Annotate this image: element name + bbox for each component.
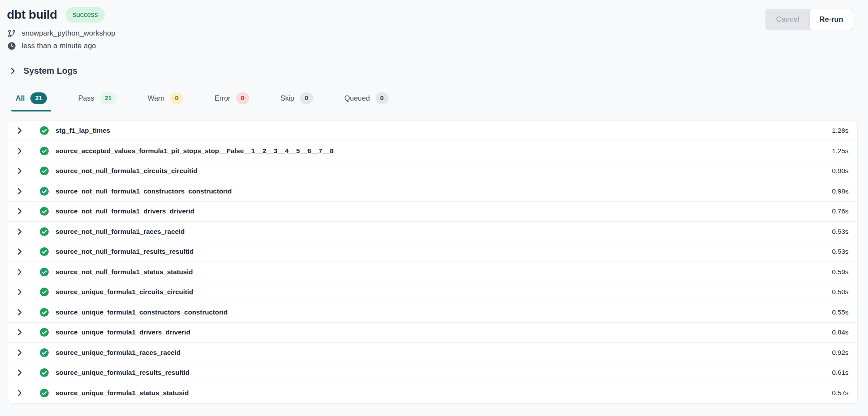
- cancel-button[interactable]: Cancel: [766, 9, 809, 30]
- tab-pass-label: Pass: [78, 94, 94, 102]
- run-name: stg_f1_lap_times: [56, 127, 110, 134]
- expand-chevron-button[interactable]: [11, 344, 28, 361]
- run-name: source_not_null_formula1_status_statusid: [56, 268, 193, 276]
- run-name: source_not_null_formula1_circuits_circui…: [56, 167, 197, 175]
- run-name: source_not_null_formula1_results_resulti…: [56, 248, 194, 255]
- tab-warn-count: 0: [170, 92, 183, 104]
- run-duration: 0.76s: [832, 207, 848, 215]
- run-duration: 0.50s: [832, 288, 848, 296]
- time-row: less than a minute ago: [7, 42, 115, 50]
- run-duration: 0.53s: [832, 248, 848, 255]
- tab-warn-label: Warn: [148, 94, 165, 102]
- page-title: dbt build: [7, 8, 57, 22]
- run-row[interactable]: source_not_null_formula1_status_statusid…: [8, 262, 857, 282]
- run-row[interactable]: source_unique_formula1_results_resultid …: [8, 363, 857, 383]
- check-circle-icon: [40, 146, 49, 156]
- check-circle-icon: [40, 187, 49, 196]
- expand-chevron-button[interactable]: [11, 142, 28, 160]
- run-name: source_unique_formula1_circuits_circuiti…: [56, 288, 193, 296]
- tab-skip-count: 0: [300, 92, 313, 104]
- run-actions: Cancel Re-run: [766, 9, 853, 30]
- run-row[interactable]: source_not_null_formula1_constructors_co…: [8, 181, 857, 202]
- run-row[interactable]: source_accepted_values_formula1_pit_stop…: [8, 141, 857, 161]
- run-duration: 0.90s: [832, 167, 848, 175]
- tab-queued[interactable]: Queued 0: [340, 92, 393, 111]
- run-row[interactable]: source_unique_formula1_status_statusid 0…: [8, 383, 857, 403]
- run-row[interactable]: source_not_null_formula1_races_raceid 0.…: [8, 222, 857, 242]
- tab-queued-count: 0: [376, 92, 389, 104]
- system-logs-toggle[interactable]: System Logs: [9, 66, 77, 76]
- run-name: source_unique_formula1_drivers_driverid: [56, 328, 190, 336]
- run-name: source_unique_formula1_races_raceid: [56, 349, 181, 357]
- tab-skip[interactable]: Skip 0: [276, 92, 317, 111]
- run-duration: 0.55s: [832, 308, 848, 316]
- run-name: source_accepted_values_formula1_pit_stop…: [56, 147, 333, 155]
- check-circle-icon: [40, 227, 49, 236]
- tab-pass[interactable]: Pass 21: [74, 92, 121, 111]
- run-header: dbt build success snowpark_python_worksh…: [0, 0, 868, 50]
- run-duration: 1.25s: [832, 147, 848, 155]
- run-row[interactable]: source_unique_formula1_races_raceid 0.92…: [8, 343, 857, 363]
- status-tabs: All 21 Pass 21 Warn 0 Error 0 Skip 0 Que…: [0, 92, 858, 111]
- run-row[interactable]: source_unique_formula1_circuits_circuiti…: [8, 282, 857, 303]
- run-row[interactable]: source_not_null_formula1_results_resulti…: [8, 242, 857, 262]
- tab-pass-count: 21: [100, 92, 116, 104]
- run-row[interactable]: source_not_null_formula1_circuits_circui…: [8, 161, 857, 182]
- run-duration: 0.84s: [832, 328, 848, 336]
- run-results-list: stg_f1_lap_times 1.28s source_accepted_v…: [8, 121, 858, 404]
- check-circle-icon: [40, 206, 49, 216]
- expand-chevron-button[interactable]: [11, 324, 28, 341]
- branch-name: snowpark_python_workshop: [22, 29, 115, 38]
- run-duration: 0.98s: [832, 187, 848, 195]
- run-name: source_unique_formula1_status_statusid: [56, 389, 189, 397]
- tab-error-count: 0: [236, 92, 249, 104]
- expand-chevron-button[interactable]: [11, 183, 28, 200]
- check-circle-icon: [40, 368, 49, 377]
- expand-chevron-button[interactable]: [11, 203, 28, 220]
- tab-all[interactable]: All 21: [11, 92, 51, 111]
- expand-chevron-button[interactable]: [11, 263, 28, 281]
- expand-chevron-button[interactable]: [11, 304, 28, 321]
- check-circle-icon: [40, 328, 49, 337]
- check-circle-icon: [40, 126, 49, 135]
- run-row[interactable]: stg_f1_lap_times 1.28s: [8, 121, 857, 141]
- system-logs-label: System Logs: [23, 66, 77, 76]
- run-name: source_unique_formula1_results_resultid: [56, 369, 189, 377]
- git-branch-icon: [7, 29, 16, 38]
- rerun-button[interactable]: Re-run: [809, 9, 853, 30]
- check-circle-icon: [40, 388, 49, 398]
- expand-chevron-button[interactable]: [11, 283, 28, 301]
- run-duration: 0.61s: [832, 369, 848, 377]
- run-duration: 0.59s: [832, 268, 848, 276]
- chevron-right-icon: [9, 67, 17, 75]
- run-row[interactable]: source_not_null_formula1_drivers_driveri…: [8, 202, 857, 222]
- run-header-left: dbt build success snowpark_python_worksh…: [7, 7, 115, 50]
- branch-row: snowpark_python_workshop: [7, 29, 115, 38]
- expand-chevron-button[interactable]: [11, 223, 28, 240]
- check-circle-icon: [40, 247, 49, 256]
- run-name: source_not_null_formula1_drivers_driveri…: [56, 207, 195, 215]
- expand-chevron-button[interactable]: [11, 364, 28, 381]
- run-time-ago: less than a minute ago: [22, 42, 96, 50]
- run-name: source_not_null_formula1_constructors_co…: [56, 187, 232, 195]
- tab-all-label: All: [16, 94, 25, 102]
- expand-chevron-button[interactable]: [11, 122, 28, 139]
- expand-chevron-button[interactable]: [11, 243, 28, 260]
- expand-chevron-button[interactable]: [11, 384, 28, 402]
- expand-chevron-button[interactable]: [11, 162, 28, 180]
- tab-error[interactable]: Error 0: [210, 92, 254, 111]
- run-duration: 0.92s: [832, 349, 848, 357]
- run-duration: 1.28s: [832, 127, 848, 134]
- check-circle-icon: [40, 308, 49, 317]
- clock-icon: [7, 42, 16, 50]
- tab-error-label: Error: [215, 94, 231, 102]
- tab-queued-label: Queued: [344, 94, 370, 102]
- run-duration: 0.53s: [832, 228, 848, 236]
- status-badge: success: [66, 7, 105, 23]
- run-duration: 0.57s: [832, 389, 848, 397]
- run-row[interactable]: source_unique_formula1_drivers_driverid …: [8, 323, 857, 343]
- tab-warn[interactable]: Warn 0: [143, 92, 188, 111]
- check-circle-icon: [40, 166, 49, 176]
- run-row[interactable]: source_unique_formula1_constructors_cons…: [8, 302, 857, 323]
- check-circle-icon: [40, 287, 49, 297]
